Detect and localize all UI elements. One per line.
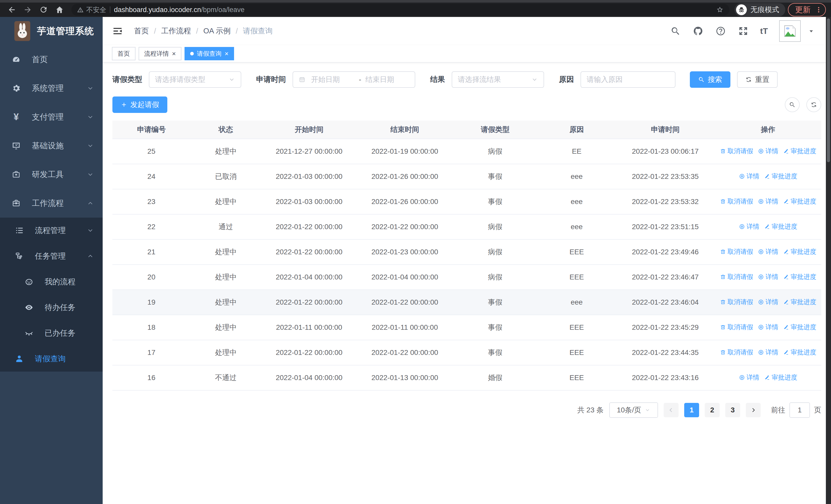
help-icon[interactable] [715,25,726,37]
font-size-icon[interactable]: tT [760,26,768,36]
close-icon[interactable]: × [225,50,228,57]
reason-input[interactable]: 请输入原因 [580,71,676,88]
avatar-caret-icon[interactable] [808,28,814,34]
progress-action-link[interactable]: 审批进度 [764,373,797,382]
create-leave-button[interactable]: 发起请假 [112,96,167,113]
result-select[interactable]: 请选择流结果 [452,71,544,88]
kebab-menu-icon[interactable] [815,6,822,13]
tab-home[interactable]: 首页 [112,47,136,60]
app-logo[interactable]: 芋道管理系统 [0,17,103,45]
sidebar-item-todo-tasks[interactable]: 待办任务 [0,295,103,320]
home-icon[interactable] [53,4,66,16]
fullscreen-icon[interactable] [738,25,749,37]
progress-action-link[interactable]: 审批进度 [764,222,797,231]
detail-action-link[interactable]: 详情 [739,373,760,382]
cancel-action-link[interactable]: 取消请假 [720,197,753,206]
apply-time-range-picker[interactable]: 开始日期 - 结束日期 [292,71,415,88]
page-button-2[interactable]: 2 [705,403,720,417]
cancel-action-link[interactable]: 取消请假 [720,247,753,256]
tab-process-detail[interactable]: 流程详情 × [139,47,181,60]
avatar[interactable] [779,20,801,42]
progress-action-link[interactable]: 审批进度 [783,272,816,281]
scrollbar-thumb[interactable] [827,19,830,162]
cancel-action-link[interactable]: 取消请假 [720,348,753,356]
search-icon[interactable] [670,25,681,37]
bookmark-star-icon[interactable] [716,6,724,13]
sidebar-item-process-mgmt[interactable]: 流程管理 [0,217,103,243]
tab-leave-query[interactable]: 请假查询 × [184,47,234,60]
detail-action-link[interactable]: 详情 [758,147,778,155]
sidebar-item-home[interactable]: 首页 [0,45,103,74]
sidebar-item-pay[interactable]: ¥ 支付管理 [0,102,103,131]
forward-icon[interactable] [21,4,34,16]
cell-id: 25 [112,147,191,155]
progress-action-link[interactable]: 审批进度 [764,172,797,180]
breadcrumb-item[interactable]: OA 示例 [203,26,230,36]
progress-action-link[interactable]: 审批进度 [783,298,816,306]
cell-id: 17 [112,349,191,357]
cancel-action-link[interactable]: 取消请假 [720,298,753,306]
sidebar-item-done-tasks[interactable]: 已办任务 [0,320,103,346]
cell-id: 21 [112,248,191,256]
search-button[interactable]: 搜索 [690,71,730,88]
cancel-action-link[interactable]: 取消请假 [720,272,753,281]
leave-type-select[interactable]: 请选择请假类型 [149,71,241,88]
cell-type: 病假 [453,147,538,156]
cell-id: 22 [112,223,191,231]
sidebar-item-task-mgmt[interactable]: 任务管理 [0,243,103,269]
next-page-button[interactable] [746,403,761,417]
detail-action-link[interactable]: 详情 [739,172,760,180]
sidebar-item-infra[interactable]: 基础设施 [0,131,103,160]
tags-view: 首页 流程详情 × 请假查询 × [103,45,831,63]
detail-action-link[interactable]: 详情 [739,222,760,231]
cell-id: 19 [112,298,191,306]
col-end: 结束时间 [357,125,453,135]
page-button-1[interactable]: 1 [684,403,699,417]
chevron-down-icon [531,76,538,83]
browser-scrollbar[interactable] [826,17,831,504]
warning-icon [77,6,84,13]
reload-icon[interactable] [37,4,50,16]
cancel-action-link[interactable]: 取消请假 [720,147,753,155]
security-indicator[interactable]: 不安全 [77,5,106,14]
breadcrumb-item[interactable]: 工作流程 [161,26,191,36]
cell-end: 2022-01-23 00:00:00 [357,248,453,256]
sidebar-item-devtools[interactable]: 研发工具 [0,160,103,189]
sidebar-item-workflow[interactable]: 工作流程 [0,189,103,217]
chevron-up-icon [87,253,94,260]
sidebar-item-system[interactable]: 系统管理 [0,74,103,102]
progress-action-link[interactable]: 审批进度 [783,348,816,356]
reset-button[interactable]: 重置 [737,71,778,88]
detail-action-link[interactable]: 详情 [758,323,778,331]
cancel-action-link[interactable]: 取消请假 [720,323,753,331]
breadcrumb-item[interactable]: 首页 [134,26,149,36]
back-icon[interactable] [5,4,19,16]
refresh-table-button[interactable] [806,97,821,112]
workflow-submenu: 流程管理 任务管理 我的流程 待办任务 已办 [0,217,103,372]
cell-actions: 取消请假详情审批进度 [715,197,821,206]
sidebar-item-my-process[interactable]: 我的流程 [0,269,103,295]
progress-action-link[interactable]: 审批进度 [783,247,816,256]
page-button-3[interactable]: 3 [725,403,740,417]
progress-action-link[interactable]: 审批进度 [783,147,816,155]
goto-label: 前往 [771,405,785,415]
goto-page-input[interactable] [790,403,810,418]
detail-action-link[interactable]: 详情 [758,247,778,256]
sidebar-item-leave-query[interactable]: 请假查询 [0,346,103,372]
close-icon[interactable]: × [172,50,176,57]
toggle-search-button[interactable] [785,97,800,112]
detail-action-link[interactable]: 详情 [758,272,778,281]
sidebar-collapse-icon[interactable] [111,25,124,37]
progress-action-link[interactable]: 审批进度 [783,197,816,206]
address-bar[interactable]: 不安全 dashboard.yudao.iocoder.cn/bpm/oa/le… [71,4,729,16]
progress-action-link[interactable]: 审批进度 [783,323,816,331]
detail-action-link[interactable]: 详情 [758,348,778,356]
github-icon[interactable] [692,25,704,37]
detail-action-link[interactable]: 详情 [758,298,778,306]
detail-action-link[interactable]: 详情 [758,197,778,206]
browser-update-button[interactable]: 更新 [788,3,826,17]
page-size-select[interactable]: 10条/页 [609,403,658,418]
prev-page-button[interactable] [664,403,679,417]
apply-time-label: 申请时间 [256,75,286,85]
page-content: 请假类型 请选择请假类型 申请时间 开始日期 - 结束日期 结果 请选择流结果 [103,63,831,504]
